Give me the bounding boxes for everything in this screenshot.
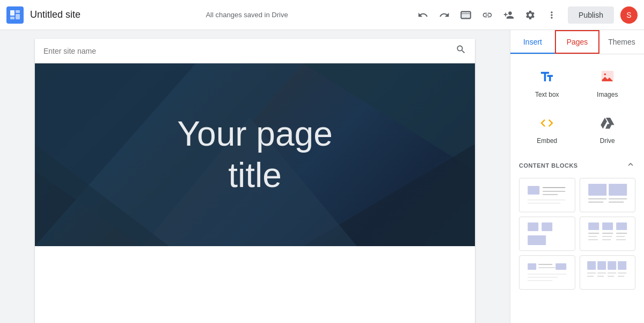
more-button[interactable] — [542, 5, 561, 25]
link-button[interactable] — [478, 5, 497, 25]
undo-button[interactable] — [413, 5, 433, 25]
saved-status: All changes saved in Drive — [206, 11, 288, 19]
svg-rect-29 — [541, 222, 552, 231]
search-icon[interactable] — [456, 44, 466, 58]
content-block-4[interactable] — [580, 217, 636, 251]
svg-rect-30 — [588, 222, 599, 230]
content-block-5[interactable] — [519, 255, 575, 290]
svg-rect-45 — [555, 263, 566, 270]
hero-title: Your page title — [177, 113, 332, 196]
tab-insert[interactable]: Insert — [510, 30, 555, 54]
svg-rect-3 — [10, 17, 14, 19]
content-blocks-grid — [519, 178, 635, 290]
drive-label: Drive — [600, 137, 615, 145]
panel-content: Text box Images Embed — [510, 54, 644, 323]
redo-button[interactable] — [435, 5, 454, 25]
content-block-1[interactable] — [519, 178, 575, 212]
app-header: Untitled site All changes saved in Drive… — [0, 0, 644, 30]
svg-rect-51 — [608, 261, 616, 270]
svg-rect-32 — [616, 222, 627, 230]
app-logo — [6, 6, 24, 24]
svg-rect-0 — [10, 10, 14, 16]
tab-themes[interactable]: Themes — [599, 30, 644, 54]
preview-button[interactable] — [456, 5, 475, 25]
user-avatar[interactable]: S — [620, 6, 638, 24]
insert-grid: Text box Images Embed — [519, 63, 635, 151]
svg-rect-42 — [528, 263, 536, 270]
embed-label: Embed — [537, 137, 557, 145]
textbox-icon — [539, 69, 554, 88]
images-label: Images — [597, 91, 618, 98]
svg-rect-50 — [597, 261, 606, 270]
panel-tabs: Insert Pages Themes — [510, 30, 644, 54]
site-title: Untitled site — [30, 9, 80, 20]
images-icon — [600, 69, 615, 88]
textbox-label: Text box — [535, 91, 559, 98]
content-block-6[interactable] — [580, 255, 636, 290]
svg-rect-22 — [609, 184, 627, 196]
svg-rect-49 — [587, 261, 596, 270]
svg-rect-28 — [528, 235, 546, 245]
right-panel: Insert Pages Themes Text box — [510, 30, 644, 323]
header-center: All changes saved in Drive — [85, 11, 409, 19]
svg-rect-52 — [618, 261, 626, 270]
content-area — [35, 246, 475, 323]
site-name-input[interactable] — [43, 47, 137, 55]
add-editor-button[interactable] — [499, 5, 518, 25]
content-block-2[interactable] — [580, 178, 636, 212]
content-block-3[interactable] — [519, 217, 575, 251]
hero-section: Your page title — [35, 63, 475, 246]
svg-point-14 — [604, 74, 606, 76]
publish-button[interactable]: Publish — [568, 6, 614, 24]
header-actions: Publish S — [413, 5, 638, 25]
drive-icon — [600, 116, 615, 134]
insert-text-box[interactable]: Text box — [519, 63, 575, 105]
embed-icon — [539, 116, 554, 134]
insert-drive[interactable]: Drive — [580, 109, 636, 151]
main-content: Your page title Insert Pages Themes Text… — [0, 30, 644, 323]
svg-rect-15 — [528, 186, 539, 195]
svg-rect-31 — [602, 222, 613, 230]
site-header-bar — [35, 39, 475, 63]
tab-pages[interactable]: Pages — [555, 30, 599, 54]
content-blocks-title: CONTENT BLOCKS — [519, 162, 578, 169]
insert-embed[interactable]: Embed — [519, 109, 575, 151]
svg-rect-21 — [588, 184, 606, 196]
svg-rect-2 — [16, 14, 20, 19]
svg-rect-27 — [528, 222, 538, 231]
svg-rect-1 — [16, 10, 20, 13]
collapse-content-blocks[interactable] — [626, 160, 635, 171]
insert-images[interactable]: Images — [580, 63, 636, 105]
canvas-area: Your page title — [0, 30, 510, 323]
site-canvas: Your page title — [35, 39, 475, 323]
content-blocks-section-header: CONTENT BLOCKS — [519, 160, 635, 171]
settings-button[interactable] — [521, 5, 540, 25]
